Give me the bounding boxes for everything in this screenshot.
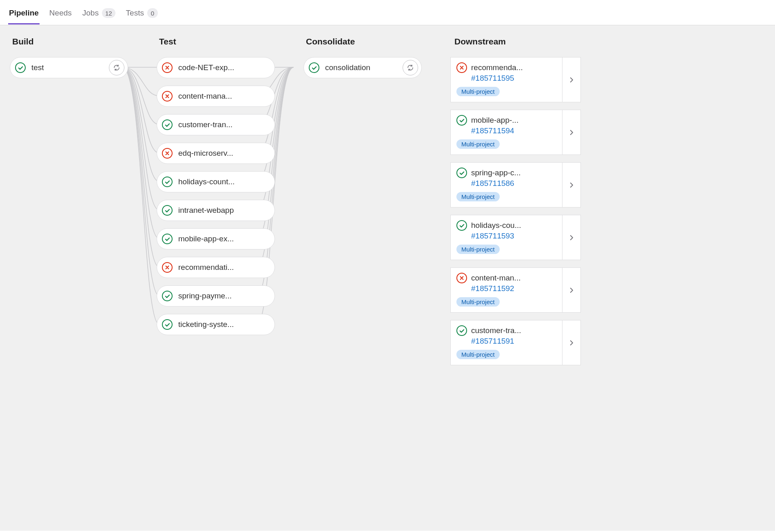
job-label: code-NET-exp...	[178, 63, 271, 72]
downstream-card[interactable]: recommenda...#185711595Multi-project	[450, 57, 562, 102]
downstream-title: spring-app-c...	[471, 168, 520, 177]
retry-button[interactable]	[109, 60, 124, 75]
retry-button[interactable]	[403, 60, 418, 75]
status-success-icon	[456, 220, 467, 231]
job-pill[interactable]: recommendati...	[157, 257, 275, 278]
downstream-row: holidays-cou...#185711593Multi-project	[450, 215, 581, 260]
status-success-icon	[162, 177, 173, 187]
status-success-icon	[162, 205, 173, 216]
job-pill[interactable]: mobile-app-ex...	[157, 228, 275, 249]
status-failed-icon	[456, 62, 467, 73]
status-success-icon	[162, 291, 173, 301]
stage-downstream: Downstream recommenda...#185711595Multi-…	[446, 37, 585, 373]
downstream-pipeline-id[interactable]: #185711586	[471, 179, 556, 188]
stage-build: Build test	[6, 37, 132, 86]
downstream-row: recommenda...#185711595Multi-project	[450, 57, 581, 102]
job-label: holidays-count...	[178, 177, 271, 186]
status-failed-icon	[162, 91, 173, 102]
downstream-pipeline-id[interactable]: #185711595	[471, 74, 556, 83]
job-label: content-mana...	[178, 92, 271, 101]
downstream-title: recommenda...	[471, 63, 523, 72]
status-success-icon	[309, 62, 319, 73]
stage-test-title: Test	[159, 37, 275, 46]
downstream-tag: Multi-project	[456, 245, 500, 254]
downstream-card[interactable]: spring-app-c...#185711586Multi-project	[450, 162, 562, 208]
expand-button[interactable]	[562, 320, 581, 365]
stage-downstream-title: Downstream	[454, 37, 581, 46]
expand-button[interactable]	[562, 57, 581, 102]
job-pill[interactable]: consolidation	[303, 57, 422, 78]
job-label: ticketing-syste...	[178, 320, 271, 329]
job-pill[interactable]: holidays-count...	[157, 171, 275, 192]
downstream-pipeline-id[interactable]: #185711593	[471, 232, 556, 241]
tab-jobs[interactable]: Jobs12	[82, 6, 116, 25]
status-failed-icon	[456, 273, 467, 283]
tab-needs[interactable]: Needs	[49, 6, 73, 24]
downstream-tag: Multi-project	[456, 350, 500, 359]
status-success-icon	[162, 234, 173, 244]
status-success-icon	[15, 62, 26, 73]
job-pill[interactable]: code-NET-exp...	[157, 57, 275, 78]
job-label: consolidation	[325, 63, 399, 72]
stage-consolidate-title: Consolidate	[306, 37, 422, 46]
downstream-tag: Multi-project	[456, 192, 500, 201]
job-pill[interactable]: test	[10, 57, 128, 78]
tab-label: Pipeline	[9, 9, 39, 18]
job-label: test	[31, 63, 106, 72]
job-pill[interactable]: spring-payme...	[157, 285, 275, 307]
tab-pipeline[interactable]: Pipeline	[8, 6, 40, 24]
downstream-title: mobile-app-...	[471, 116, 518, 125]
status-success-icon	[162, 319, 173, 330]
tab-tests[interactable]: Tests0	[125, 6, 159, 25]
job-pill[interactable]: ticketing-syste...	[157, 314, 275, 335]
downstream-card[interactable]: content-man...#185711592Multi-project	[450, 267, 562, 313]
tab-count-badge: 12	[102, 8, 115, 18]
stage-consolidate: Consolidate consolidation	[299, 37, 426, 86]
status-success-icon	[456, 115, 467, 126]
downstream-pipeline-id[interactable]: #185711592	[471, 284, 556, 293]
pipeline-tabs: PipelineNeedsJobs12Tests0	[0, 0, 775, 25]
expand-button[interactable]	[562, 162, 581, 208]
downstream-tag: Multi-project	[456, 297, 500, 307]
pipeline-canvas: Build test Test code-NET-exp...content-m…	[0, 25, 775, 531]
downstream-row: mobile-app-...#185711594Multi-project	[450, 110, 581, 155]
expand-button[interactable]	[562, 110, 581, 155]
downstream-row: customer-tra...#185711591Multi-project	[450, 320, 581, 365]
stage-build-title: Build	[12, 37, 128, 46]
status-success-icon	[162, 119, 173, 130]
status-failed-icon	[162, 148, 173, 159]
status-success-icon	[456, 168, 467, 178]
job-label: intranet-webapp	[178, 206, 271, 215]
job-pill[interactable]: edq-microserv...	[157, 143, 275, 164]
job-label: mobile-app-ex...	[178, 234, 271, 243]
status-failed-icon	[162, 262, 173, 273]
downstream-pipeline-id[interactable]: #185711594	[471, 126, 556, 135]
downstream-tag: Multi-project	[456, 139, 500, 149]
downstream-tag: Multi-project	[456, 87, 500, 96]
tab-count-badge: 0	[147, 8, 158, 18]
tab-label: Tests	[126, 9, 144, 18]
status-success-icon	[456, 325, 467, 336]
downstream-card[interactable]: customer-tra...#185711591Multi-project	[450, 320, 562, 365]
job-pill[interactable]: customer-tran...	[157, 114, 275, 135]
downstream-title: customer-tra...	[471, 326, 521, 335]
downstream-pipeline-id[interactable]: #185711591	[471, 337, 556, 346]
expand-button[interactable]	[562, 215, 581, 260]
downstream-card[interactable]: holidays-cou...#185711593Multi-project	[450, 215, 562, 260]
status-failed-icon	[162, 62, 173, 73]
stages-row: Build test Test code-NET-exp...content-m…	[6, 37, 769, 373]
tab-label: Needs	[49, 9, 72, 18]
expand-button[interactable]	[562, 267, 581, 313]
downstream-title: content-man...	[471, 274, 520, 283]
job-label: edq-microserv...	[178, 149, 271, 158]
tab-label: Jobs	[82, 9, 99, 18]
job-label: recommendati...	[178, 263, 271, 272]
downstream-card[interactable]: mobile-app-...#185711594Multi-project	[450, 110, 562, 155]
downstream-row: content-man...#185711592Multi-project	[450, 267, 581, 313]
job-pill[interactable]: intranet-webapp	[157, 200, 275, 221]
job-pill[interactable]: content-mana...	[157, 86, 275, 107]
downstream-title: holidays-cou...	[471, 221, 521, 230]
job-label: spring-payme...	[178, 291, 271, 300]
downstream-row: spring-app-c...#185711586Multi-project	[450, 162, 581, 208]
job-label: customer-tran...	[178, 120, 271, 129]
